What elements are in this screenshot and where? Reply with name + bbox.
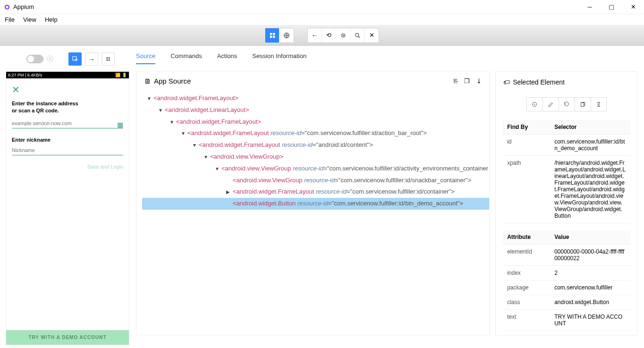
phone-close-icon: ✕: [12, 84, 123, 95]
phone-save-label: Save and Login: [12, 164, 123, 170]
svg-rect-13: [109, 58, 110, 59]
tag-icon: 🏷: [503, 78, 510, 86]
qr-icon: ▦: [117, 121, 123, 128]
phone-status-right: 📶 🔋: [115, 73, 127, 77]
select-element-button[interactable]: [68, 52, 82, 66]
app-source-panel: 🗎App Source ⎘ ❐ ⤓ ▼<android.widget.Frame…: [136, 71, 490, 335]
phone-status-left: 6:27 PM | 6.4KB/s: [8, 73, 42, 77]
tab-actions[interactable]: Actions: [217, 52, 237, 64]
toggle-x-icon: ⓧ: [47, 55, 53, 63]
phone-label-3: Enter nickname: [12, 137, 123, 143]
tree-node[interactable]: <android.widget.FrameLayout>: [176, 118, 261, 125]
th-findby: Find By: [502, 120, 550, 135]
tree-node[interactable]: <android.widget.FrameLayout: [187, 129, 271, 136]
tree-node[interactable]: <android.view.ViewGroup>: [210, 153, 283, 160]
tap-button[interactable]: [102, 52, 115, 66]
phone-label-2: or scan a QR code.: [12, 107, 123, 114]
back-button[interactable]: ←: [308, 28, 322, 42]
minimize-button[interactable]: ─: [579, 0, 601, 14]
title-bar: Appium ─ ▢ ✕: [0, 0, 644, 14]
svg-point-17: [534, 104, 535, 105]
svg-point-1: [6, 6, 8, 8]
tree-node[interactable]: <android.view.ViewGroup: [221, 165, 293, 172]
menu-bar: File View Help: [0, 14, 644, 25]
clear-button[interactable]: [559, 97, 575, 111]
tree-node[interactable]: <android.widget.LinearLayout>: [165, 106, 249, 113]
phone-demo-button: TRY WITH A DEMO ACCOUNT: [6, 330, 129, 345]
svg-rect-2: [270, 33, 271, 34]
mjpeg-toggle[interactable]: [26, 55, 43, 63]
web-mode-button[interactable]: [280, 28, 294, 42]
source-tree[interactable]: ▼<android.widget.FrameLayout> ▼<android.…: [136, 91, 489, 219]
findby-table: Find BySelector idcom.servicenow.fulfill…: [502, 120, 630, 223]
svg-rect-4: [270, 35, 271, 37]
copy-xml-icon[interactable]: ⎘: [454, 77, 458, 85]
search-button[interactable]: [350, 28, 364, 42]
tab-session[interactable]: Session Information: [252, 52, 306, 64]
record-button[interactable]: [336, 28, 350, 42]
svg-point-9: [355, 33, 358, 36]
copy-icon[interactable]: ❐: [464, 77, 470, 85]
tap-element-button[interactable]: [526, 97, 542, 111]
phone-nickname-input: [12, 145, 123, 155]
native-mode-button[interactable]: [265, 28, 280, 42]
device-preview[interactable]: 6:27 PM | 6.4KB/s 📶 🔋 ✕ Enter the instan…: [6, 71, 129, 345]
swipe-button[interactable]: →: [85, 52, 98, 66]
window-title: Appium: [13, 3, 34, 10]
quit-button[interactable]: ✕: [364, 28, 379, 42]
tree-node[interactable]: <android.view.ViewGroup: [233, 177, 304, 184]
tab-source[interactable]: Source: [136, 52, 155, 64]
download-icon[interactable]: ⤓: [476, 77, 482, 85]
selected-element-title: Selected Element: [513, 78, 565, 86]
tree-node[interactable]: <android.widget.FrameLayout: [233, 188, 316, 195]
svg-rect-18: [581, 103, 584, 107]
phone-instance-input: [12, 119, 123, 128]
send-keys-button[interactable]: [542, 97, 559, 111]
svg-point-8: [342, 34, 344, 36]
phone-label-1: Enter the instance address: [12, 100, 123, 107]
svg-rect-3: [272, 33, 274, 34]
tab-commands[interactable]: Commands: [170, 52, 202, 64]
menu-help[interactable]: Help: [45, 16, 58, 23]
svg-rect-15: [109, 59, 110, 61]
svg-rect-14: [107, 59, 108, 61]
menu-file[interactable]: File: [5, 16, 15, 23]
svg-rect-5: [272, 35, 274, 37]
attributes-table: AttributeValue elementId00000000-0000-04…: [502, 230, 630, 336]
timing-button[interactable]: [591, 97, 607, 111]
doc-icon: 🗎: [144, 77, 151, 85]
th-selector: Selector: [550, 120, 630, 135]
app-source-title: App Source: [154, 77, 191, 85]
selected-element-panel: 🏷Selected Element Find BySelector idcom.…: [495, 71, 637, 336]
app-icon: [4, 4, 10, 10]
th-value: Value: [550, 230, 630, 245]
close-button[interactable]: ✕: [622, 0, 644, 14]
tree-node[interactable]: <android.widget.FrameLayout: [199, 141, 282, 148]
toolbar: ← ⟲ ✕: [0, 25, 644, 46]
menu-view[interactable]: View: [23, 16, 36, 23]
tabs: Source Commands Actions Session Informat…: [136, 52, 490, 71]
th-attribute: Attribute: [502, 230, 550, 245]
tree-node-selected[interactable]: <android.widget.Button resource-id="com.…: [142, 198, 489, 210]
refresh-button[interactable]: ⟲: [322, 28, 336, 42]
svg-rect-12: [107, 58, 108, 59]
tree-node[interactable]: <android.widget.FrameLayout>: [153, 94, 238, 102]
copy-button[interactable]: [575, 97, 591, 111]
maximize-button[interactable]: ▢: [601, 0, 622, 14]
svg-line-10: [358, 36, 360, 38]
